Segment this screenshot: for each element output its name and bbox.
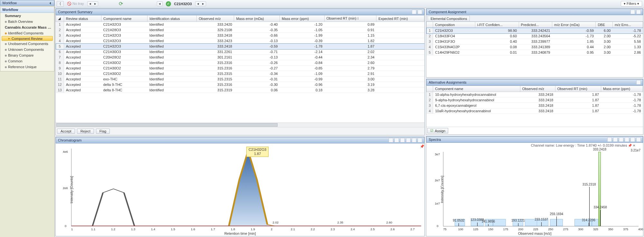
col-mda[interactable]: Mass error (mDa) <box>234 15 279 22</box>
xtick: 1.6 <box>191 227 195 231</box>
table-row[interactable]: 6AcceptedC21H30O3Identified331.2261-0.71… <box>56 49 424 55</box>
ytick: 0 <box>65 224 66 228</box>
chart-tool-3[interactable] <box>400 138 405 142</box>
tab-elemental[interactable]: Elemental Compositions <box>428 16 470 21</box>
ytick: 4e6 <box>63 150 68 153</box>
sidebar-header[interactable]: Workflow ⏴ <box>0 0 54 6</box>
alternative-panel: Alternative Assignments Component name O… <box>426 79 643 135</box>
elemental-table[interactable]: Composition i-FIT Confiden... Predicted.… <box>426 22 643 55</box>
col-marker[interactable]: ◢ <box>56 15 64 22</box>
table-row[interactable]: 13Accepteddelta 8-THCIdentified315.23190… <box>56 87 424 93</box>
xtick: 1.7 <box>211 227 215 231</box>
table-row[interactable]: 410aR-hydroxyhexahydrocannabinol333.2418… <box>427 108 643 114</box>
table-row[interactable]: 2AcceptedC21H28O3Identified329.2108-0.35… <box>56 27 424 33</box>
spec-pin-icon[interactable] <box>636 137 641 142</box>
table-row[interactable]: 9AcceptedC21H30O2Identified315.2316-0.27… <box>56 66 424 71</box>
xtick: 1.3 <box>131 227 135 231</box>
chart-tool-1[interactable] <box>389 138 393 142</box>
nav-reference[interactable]: Reference Unique <box>0 64 54 70</box>
assign-button[interactable]: ☑Assign <box>427 128 448 133</box>
xtick: 1.2 <box>111 227 115 231</box>
chart-tool-4[interactable] <box>406 138 411 142</box>
table-row[interactable]: 2C18H33FO40.60333.243564-1.732.00-5.22 <box>427 33 643 39</box>
hscroll[interactable] <box>56 123 424 127</box>
nav-binary[interactable]: Binary Compare <box>0 52 54 58</box>
spec-tool-3[interactable] <box>619 137 623 142</box>
panel-pin-icon[interactable] <box>636 80 641 85</box>
chromatogram-plot[interactable]: 📌 Intensity [Counts] Retention time [min… <box>56 143 424 236</box>
nav-screening[interactable]: Cannabis Accurate Mass Screenin... <box>0 24 54 30</box>
table-row[interactable]: 4C15H33N4O2P0.08333.2413890.442.001.33 <box>427 44 643 50</box>
table-row[interactable]: 4AcceptedC21H32O3Identified333.2423-0.13… <box>56 38 424 44</box>
table-row[interactable]: 36,7-cis-epoxycannabigerol333.24181.87-1… <box>427 103 643 108</box>
table-row[interactable]: 1AcceptedC21H32O3Identified333.2420-0.40… <box>56 22 424 27</box>
component-prev[interactable]: ◂ <box>157 1 163 6</box>
panel-pin-icon[interactable] <box>636 10 641 14</box>
component-nav[interactable]: ◂▸ <box>195 1 206 6</box>
nav-component-review[interactable]: ▸Component Review <box>2 36 53 41</box>
col-ppm[interactable]: Mass error (ppm) <box>279 15 324 22</box>
col-rt[interactable]: Observed RT (min) ⁞ <box>324 15 376 22</box>
spectra-plot[interactable]: Channel name: Low energy : Time 1.8740 +… <box>426 143 643 236</box>
table-row[interactable]: 11Acceptedexo-THCIdentified315.2315-0.31… <box>56 77 424 82</box>
workflow-title: Workflow <box>2 1 17 5</box>
spec-tool-5[interactable] <box>630 137 635 142</box>
col-review[interactable]: Review status <box>64 15 101 22</box>
table-row[interactable]: 29-alpha-hydroxyhexahydrocannabinol333.2… <box>427 97 643 103</box>
alternative-table[interactable]: Component name Observed m/z Observed RT … <box>426 86 643 114</box>
table-row[interactable]: 3C19H31F3O0.40333.2399771.853.005.58 <box>427 39 643 44</box>
chart-tool-2[interactable] <box>394 138 399 142</box>
collapse-icon[interactable]: ⏴ <box>49 1 52 5</box>
spec-peak-label: 334.2458 <box>593 205 607 209</box>
col-ert[interactable]: Expected RT (min) <box>376 15 424 22</box>
refresh-button[interactable]: ⟳ <box>118 1 125 7</box>
nav-identified[interactable]: Identified Components <box>0 30 54 36</box>
col-id[interactable]: Identification status <box>147 15 197 22</box>
panel-menu-icon[interactable] <box>630 10 635 14</box>
spectra-title: Spectra <box>429 138 441 141</box>
table-row[interactable]: 5AcceptedC21H32O3Identified333.2418-0.59… <box>56 44 424 49</box>
tray-nav[interactable]: ◂▸ <box>87 1 98 6</box>
reject-button[interactable]: Reject <box>77 129 94 134</box>
component-summary-title: Component Summary <box>58 10 92 14</box>
x-label: Retention time [min] <box>224 232 256 235</box>
pin-icon[interactable]: 📌 <box>420 144 423 148</box>
table-row[interactable]: 12Accepteddelta 9-THCIdentified315.2316-… <box>56 82 424 87</box>
alternative-title: Alternative Assignments <box>429 80 466 84</box>
nav-title[interactable]: Workflow <box>0 7 54 13</box>
tray-prev-button[interactable]: ⟨ <box>57 1 64 7</box>
spec-tool-2[interactable] <box>613 137 618 142</box>
nav-unknown[interactable]: Unknown Components <box>0 47 54 52</box>
spec-tool-4[interactable] <box>625 137 629 142</box>
xtick: 300 <box>578 227 583 231</box>
nav-summary[interactable]: Summary <box>0 13 54 19</box>
xtick: 1.4 <box>151 227 155 231</box>
xtick: 125 <box>473 227 478 231</box>
filters-button[interactable]: ▾ Filters ▾ <box>621 1 642 6</box>
table-row[interactable]: 7AcceptedC20H28O2Identified301.2161-0.13… <box>56 55 424 60</box>
panel-menu-icon[interactable] <box>412 10 416 14</box>
table-row[interactable]: 3AcceptedC21H32O3Identified333.2418-0.66… <box>56 33 424 38</box>
table-row[interactable]: 10AcceptedC21H30O2Identified315.2315-0.3… <box>56 71 424 77</box>
spec-tool-1[interactable] <box>607 137 612 142</box>
peak-callout: C21H32O3 1.87 <box>246 147 269 157</box>
xtick: 2 <box>271 227 272 231</box>
table-row[interactable]: 5C14H29FN6O20.01333.2408790.953.002.86 <box>427 50 643 55</box>
col-component[interactable]: Component name <box>101 15 147 22</box>
mark-2: 2.35 <box>337 221 344 224</box>
panel-pin-icon[interactable] <box>418 10 422 14</box>
chart-tool-5[interactable] <box>412 138 416 142</box>
nav-common[interactable]: Common <box>0 58 54 64</box>
flag-button[interactable]: Flag <box>96 129 110 134</box>
table-row[interactable]: 110-alpha-hydroxyhexahydrocannabinol333.… <box>427 92 643 97</box>
accept-button[interactable]: Accept <box>57 129 75 134</box>
table-row[interactable]: 8AcceptedC21H30O2Identified315.2316-0.26… <box>56 60 424 66</box>
nav-batch[interactable]: Batch Overview <box>0 19 54 24</box>
component-summary-table[interactable]: ◢ Review status Component name Identific… <box>56 15 424 93</box>
chart-pin-icon[interactable] <box>418 138 422 142</box>
component-assignment-panel: Component Assignment Elemental Compositi… <box>426 8 643 77</box>
table-row[interactable]: 1C21H32O398.90333.242421-0.596.00-1.78 <box>427 28 643 33</box>
nav-unobserved[interactable]: Unobserved Components <box>0 41 54 47</box>
mark-1: 2.02 <box>273 221 279 224</box>
col-mz[interactable]: Observed m/z <box>197 15 234 22</box>
